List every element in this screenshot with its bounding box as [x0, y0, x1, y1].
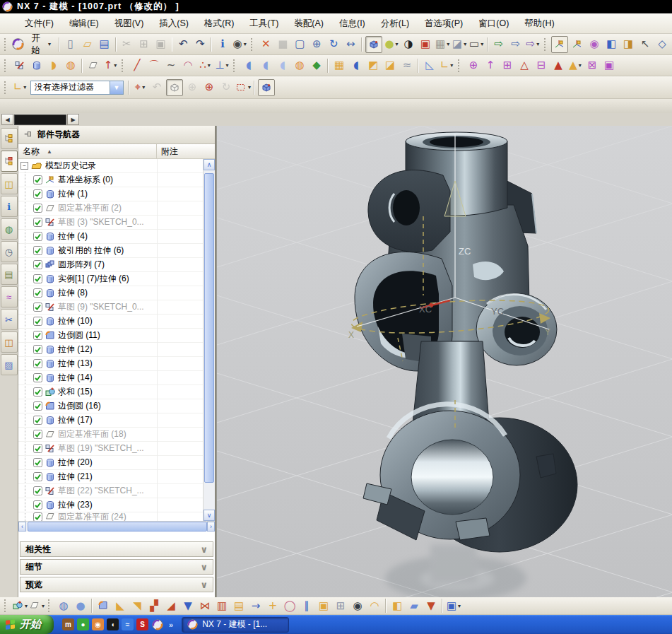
open-button[interactable]: ▱ — [80, 37, 95, 52]
tree-item[interactable]: 草图 (22) "SKETCH_... — [18, 484, 204, 498]
navigator-tab-handle[interactable] — [14, 115, 66, 125]
dropdown-arrow-icon[interactable]: ▾ — [23, 84, 26, 90]
instance-feature-button[interactable]: ▥ — [214, 598, 230, 614]
dropdown-arrow-icon[interactable]: ▾ — [450, 62, 453, 69]
background-button[interactable]: ◑ — [401, 37, 416, 52]
dropdown-arrow-icon[interactable]: ▾ — [25, 603, 28, 609]
tab-scroll-left-icon[interactable]: ◀ — [1, 114, 13, 125]
dropdown-arrow-icon[interactable]: ▾ — [248, 84, 251, 90]
solidworks-icon[interactable]: S — [136, 618, 148, 630]
through-curves-button[interactable]: ◖ — [258, 58, 273, 74]
nx-launcher-icon[interactable] — [151, 618, 163, 630]
revolve-button[interactable]: ◗ — [46, 58, 61, 74]
datum-plane-2-button[interactable]: ▾ — [29, 598, 45, 614]
toolbar-grip[interactable] — [544, 38, 548, 51]
toolbar-grip[interactable] — [4, 599, 8, 612]
tree-item[interactable]: 拉伸 (12) — [18, 343, 204, 357]
checkbox-checked-icon[interactable] — [33, 246, 42, 255]
dropdown-arrow-icon[interactable]: ▾ — [458, 603, 461, 609]
gallery-tab[interactable]: ▨ — [1, 354, 18, 375]
display-mode-button[interactable]: ▭▾ — [468, 37, 484, 52]
checkbox-checked-icon[interactable] — [33, 175, 42, 184]
combo-dropdown-icon[interactable]: ▼ — [110, 81, 123, 94]
toolbar-grip[interactable] — [48, 599, 52, 612]
tree-item[interactable]: 拉伸 (23) — [18, 498, 204, 512]
rotate-point-button[interactable]: ⊕ — [201, 80, 217, 95]
horizontal-scroll-thumb[interactable] — [28, 522, 207, 532]
tab-scroll-right-icon[interactable]: ▶ — [67, 114, 79, 125]
maximize-window-button[interactable]: ■ — [275, 37, 290, 52]
checkbox-checked-icon[interactable] — [33, 500, 42, 510]
menu-insert[interactable]: 插入(S) — [151, 15, 196, 33]
close-window-button[interactable]: ✕ — [258, 37, 273, 52]
checkbox-checked-icon[interactable] — [33, 288, 42, 298]
tree-item[interactable]: 拉伸 (21) — [18, 470, 204, 484]
move-face-button[interactable]: → — [248, 598, 264, 614]
mirror-feature-button[interactable]: ⋈ — [197, 598, 213, 614]
draft-button[interactable]: ◢ — [163, 598, 179, 614]
tree-item[interactable]: 固定基准平面 (2) — [18, 201, 204, 216]
roles-tab[interactable]: ≈ — [1, 286, 18, 307]
checkbox-checked-icon[interactable] — [33, 232, 42, 241]
chevron-down-icon[interactable]: ∨ — [200, 544, 208, 555]
rectangle-select-button[interactable]: ▾ — [235, 80, 251, 95]
toolbar-grip[interactable] — [458, 59, 462, 72]
tree-item[interactable]: 拉伸 (17) — [18, 413, 204, 428]
pan-view-button[interactable]: ↔ — [343, 37, 358, 52]
tree-item[interactable]: 求和 (15) — [18, 385, 204, 399]
quick-launch-overflow-icon[interactable]: » — [169, 621, 173, 629]
deselect-all-button[interactable]: ⊕ — [184, 80, 200, 95]
studio-surface-button[interactable]: ◆ — [309, 58, 324, 74]
window-feature-button[interactable]: ⊞ — [333, 598, 348, 614]
scroll-right-icon[interactable]: › — [207, 522, 215, 532]
object-display-button[interactable]: ◧ — [603, 37, 619, 52]
redo-button[interactable]: ↷ — [192, 37, 208, 52]
toolbar-grip[interactable] — [122, 59, 126, 72]
feature-copy-button[interactable]: ⊞ — [500, 58, 515, 74]
menu-information[interactable]: 信息(I) — [331, 15, 373, 33]
point-button[interactable]: ∴▾ — [197, 58, 213, 74]
dropdown-arrow-icon[interactable]: ▾ — [396, 41, 399, 47]
vertical-scroll-thumb[interactable] — [204, 173, 214, 483]
snap-point-button[interactable]: ⌖▾ — [132, 80, 148, 95]
move-csys-button[interactable]: ⇨▾ — [525, 37, 541, 52]
delay-update-button[interactable]: △ — [517, 58, 532, 74]
checkbox-checked-icon[interactable] — [33, 317, 42, 326]
new-part-button[interactable]: ▯ — [63, 37, 78, 52]
chevron-down-icon[interactable]: ∨ — [200, 580, 208, 590]
dropdown-arrow-icon[interactable]: ▾ — [244, 41, 247, 47]
checkbox-checked-icon[interactable] — [33, 359, 42, 368]
dropdown-arrow-icon[interactable]: ▾ — [226, 62, 229, 69]
tree-item[interactable]: 草图 (3) "SKETCH_0... — [18, 216, 204, 230]
through-curve-mesh-button[interactable]: ◍ — [63, 58, 78, 74]
checkbox-checked-icon[interactable] — [33, 512, 42, 521]
column-note[interactable]: 附注 — [157, 146, 215, 158]
dropdown-arrow-icon[interactable]: ▾ — [208, 62, 211, 69]
tree-item[interactable]: 拉伸 (8) — [18, 286, 204, 300]
zoom-in-out-button[interactable]: ⊕ — [309, 37, 324, 52]
selection-cursor-button[interactable]: ↖ — [637, 37, 653, 52]
checkbox-checked-icon[interactable] — [33, 416, 42, 425]
wireframe-toggle-button[interactable]: ◇ — [654, 37, 670, 52]
checkbox-checked-icon[interactable] — [33, 444, 42, 453]
tree-item[interactable]: 边倒圆 (16) — [18, 399, 204, 413]
pan-selection-button[interactable]: ↻ — [218, 80, 234, 95]
hd3d-tools-tab[interactable]: ℹ — [1, 196, 18, 217]
sketch-constraints-button[interactable]: ⊥▾ — [214, 58, 230, 74]
edge-blend-button[interactable] — [95, 598, 111, 614]
trim-body-button[interactable]: ◧ — [389, 598, 405, 614]
hole-feature-button[interactable]: ◉ — [350, 598, 365, 614]
flashget-icon[interactable]: ≈ — [122, 618, 134, 630]
menu-file[interactable]: 文件(F) — [17, 15, 61, 33]
menu-preferences[interactable]: 首选项(P) — [417, 15, 471, 33]
flash-surface-button[interactable]: ≈ — [399, 58, 415, 74]
show-hide-button[interactable]: ◨ — [620, 37, 636, 52]
type-filter-button[interactable]: ∟▾ — [12, 80, 28, 95]
scroll-left-icon[interactable]: ‹ — [18, 522, 26, 532]
checkbox-checked-icon[interactable] — [33, 430, 42, 439]
column-name[interactable]: 名称 ▲ — [18, 144, 157, 158]
graphics-window[interactable]: X Y ZC XC YC — [216, 126, 672, 597]
maxthon-icon[interactable]: m — [62, 618, 74, 630]
dropdown-arrow-icon[interactable]: ▾ — [481, 41, 483, 47]
visualization-preferences-button[interactable]: ◉ — [586, 37, 602, 52]
